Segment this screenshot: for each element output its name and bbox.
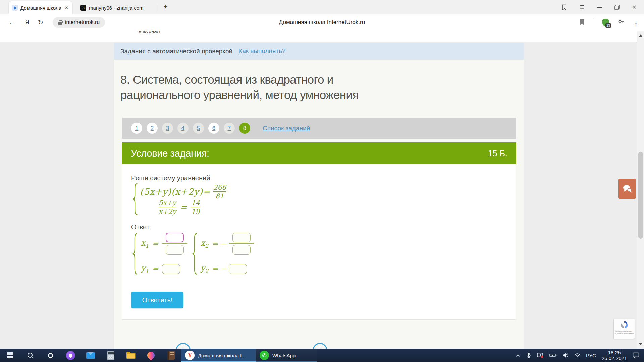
alice-icon: [66, 351, 75, 360]
auto-check-info-bar: Задания с автоматической проверкой Как в…: [114, 43, 524, 60]
answer-row-y2: y2 = −: [201, 263, 254, 274]
task-list-link[interactable]: Список заданий: [263, 125, 310, 132]
volume-icon[interactable]: [562, 353, 569, 358]
url-field[interactable]: interneturok.ru: [53, 17, 105, 28]
adblock-shield-icon[interactable]: 13: [602, 19, 609, 26]
screen-record-icon[interactable]: [537, 353, 544, 358]
exercise-4-button[interactable]: 4: [177, 123, 189, 134]
color-drop-icon: [146, 350, 156, 360]
start-button[interactable]: [0, 349, 20, 362]
system-tray: РУС 18:25 25.02.2021: [516, 349, 644, 362]
action-center-icon[interactable]: [633, 352, 639, 358]
exercise-1-button[interactable]: 1: [131, 123, 142, 134]
minus-sign: −: [220, 239, 227, 248]
yandex-browser-task[interactable]: Y Домашняя школа I...: [181, 349, 256, 362]
x1-denominator-input[interactable]: [166, 245, 184, 255]
windows-taskbar: Y Домашняя школа I... ✆ WhatsApp: [0, 349, 644, 362]
taskbar-search-button[interactable]: [20, 349, 40, 362]
minimize-icon[interactable]: [597, 7, 602, 8]
yandex-home-icon[interactable]: Я: [25, 19, 29, 26]
task-prompt: Реши систему уравнений:: [131, 174, 212, 182]
whatsapp-icon: ✆: [260, 351, 269, 360]
x2-fraction: [229, 233, 254, 255]
calculator-app-button[interactable]: [101, 349, 121, 362]
answer-row-x1: x1 =: [141, 233, 187, 255]
reload-icon[interactable]: ↻: [38, 19, 43, 26]
language-indicator[interactable]: РУС: [586, 353, 596, 358]
x2-denominator-input[interactable]: [232, 245, 251, 255]
clock-date: 25.02.2021: [602, 355, 627, 361]
windows-logo-icon: [7, 352, 13, 358]
taskbar-clock[interactable]: 18:25 25.02.2021: [602, 350, 627, 361]
mail-icon: [86, 352, 95, 359]
back-icon[interactable]: ←: [9, 19, 15, 26]
tab-interneturok[interactable]: Домашняя школа Inter ✕: [9, 1, 72, 14]
microphone-icon[interactable]: [526, 352, 531, 358]
close-window-icon[interactable]: ✕: [632, 4, 637, 10]
y2-input[interactable]: [229, 264, 247, 274]
exercise-5-button[interactable]: 5: [193, 123, 204, 134]
restore-icon[interactable]: [614, 5, 620, 10]
alice-assistant-button[interactable]: [60, 349, 80, 362]
points-badge: 15 Б.: [488, 148, 507, 158]
browser-menu-icon[interactable]: ☰: [580, 4, 584, 10]
clock-time: 18:25: [608, 350, 621, 355]
new-tab-button[interactable]: +: [163, 2, 168, 14]
window-controls: ☰ ✕: [561, 0, 644, 14]
like-button-clipped[interactable]: [176, 343, 191, 349]
support-chat-button[interactable]: [618, 179, 636, 199]
how-to-link[interactable]: Как выполнять?: [238, 47, 285, 55]
battery-icon[interactable]: [549, 353, 557, 358]
page-title: Домашняя школа InternetUrok.ru: [279, 19, 365, 26]
scrollbar-thumb[interactable]: [638, 152, 643, 239]
exercise-7-button[interactable]: 7: [224, 123, 235, 134]
screen: Домашняя школа Inter ✕ 3 manyny06 - znan…: [0, 0, 644, 362]
web-page: в журнал Задания с автоматической провер…: [0, 31, 644, 349]
calculator-icon: [107, 351, 114, 360]
x1-numerator-input[interactable]: [166, 233, 184, 242]
paint3d-app-button[interactable]: [141, 349, 161, 362]
scroll-down-icon[interactable]: [639, 343, 643, 345]
tab-znanija[interactable]: 3 manyny06 - znanija.com: [77, 1, 153, 14]
equation-1: (5x+y)(x+2y)= 266 81: [140, 184, 226, 200]
folder-icon: [126, 352, 136, 359]
recaptcha-badge[interactable]: Конфиденциальность - Условия использован…: [614, 319, 635, 339]
x1-fraction: [162, 233, 187, 255]
books-app-button[interactable]: [161, 349, 181, 362]
exercise-3-button[interactable]: 3: [162, 123, 173, 134]
tab-close-icon[interactable]: ✕: [64, 5, 69, 10]
exercise-pagination: 1 2 3 4 5 6 7 8 Список заданий: [122, 118, 516, 139]
exercise-2-button[interactable]: 2: [147, 123, 158, 134]
add-bookmark-icon[interactable]: [561, 4, 567, 10]
answer-submit-button[interactable]: Ответить!: [131, 292, 183, 308]
bookmark-icon[interactable]: [580, 19, 584, 25]
cortana-ring-icon: [48, 353, 53, 358]
answer-row-x2: x2 = −: [201, 233, 254, 255]
tab-separator: [158, 4, 158, 11]
exercise-6-button[interactable]: 6: [208, 123, 219, 134]
y1-input[interactable]: [162, 264, 180, 274]
page-scrollbar[interactable]: [637, 31, 644, 349]
tab-title: Домашняя школа Inter: [20, 5, 61, 11]
password-key-icon[interactable]: [618, 19, 625, 26]
tray-expand-icon[interactable]: [516, 354, 520, 357]
book-icon: [167, 351, 175, 360]
file-explorer-button[interactable]: [121, 349, 141, 362]
equation-2: 5x+y x+2y = 14 19: [159, 199, 200, 215]
browser-tab-bar: Домашняя школа Inter ✕ 3 manyny06 - znan…: [0, 0, 644, 14]
scroll-up-icon[interactable]: [639, 34, 643, 37]
exercise-8-button-active[interactable]: 8: [239, 123, 250, 134]
minus-sign: −: [220, 264, 227, 273]
search-icon: [27, 352, 33, 358]
answer-row-y1: y1 =: [141, 263, 187, 274]
answer-label: Ответ:: [131, 223, 151, 231]
cortana-button[interactable]: [40, 349, 60, 362]
x2-numerator-input[interactable]: [232, 233, 251, 242]
answer-brace-2: [192, 233, 198, 275]
address-bar: ← Я ↻ interneturok.ru Домашняя школа Int…: [0, 14, 644, 31]
whatsapp-task[interactable]: ✆ WhatsApp: [256, 349, 317, 362]
mail-app-button[interactable]: [80, 349, 101, 362]
downloads-icon[interactable]: ↓: [634, 20, 638, 25]
wifi-icon[interactable]: [574, 353, 580, 358]
dislike-button-clipped[interactable]: [313, 343, 327, 349]
